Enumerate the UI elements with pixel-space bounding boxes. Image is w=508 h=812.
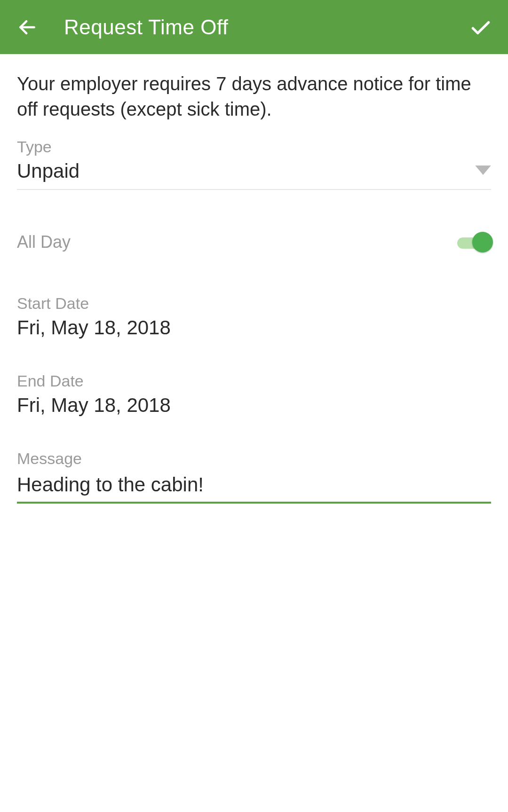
end-date-value: Fri, May 18, 2018 (17, 394, 491, 417)
app-bar: Request Time Off (0, 0, 508, 54)
toggle-thumb (472, 232, 493, 252)
message-field-wrapper: Message (17, 449, 491, 504)
start-date-label: Start Date (17, 294, 491, 313)
check-icon (469, 16, 492, 39)
all-day-label: All Day (17, 232, 71, 252)
page-title: Request Time Off (41, 16, 467, 39)
end-date-field[interactable]: End Date Fri, May 18, 2018 (17, 372, 491, 417)
type-select[interactable]: Unpaid (17, 160, 491, 190)
advance-notice-text: Your employer requires 7 days advance no… (17, 71, 491, 122)
chevron-down-icon (475, 166, 491, 177)
all-day-row: All Day (17, 232, 491, 252)
back-button[interactable] (13, 17, 41, 38)
all-day-toggle[interactable] (457, 234, 491, 251)
end-date-label: End Date (17, 372, 491, 390)
message-label: Message (17, 449, 491, 468)
type-value: Unpaid (17, 160, 79, 182)
start-date-value: Fri, May 18, 2018 (17, 316, 491, 339)
type-label: Type (17, 138, 491, 156)
confirm-button[interactable] (467, 16, 495, 39)
svg-marker-1 (475, 166, 491, 175)
message-input[interactable] (17, 472, 491, 504)
type-field: Type Unpaid (17, 138, 491, 190)
form-content: Your employer requires 7 days advance no… (0, 54, 508, 504)
arrow-left-icon (17, 17, 38, 38)
start-date-field[interactable]: Start Date Fri, May 18, 2018 (17, 294, 491, 339)
